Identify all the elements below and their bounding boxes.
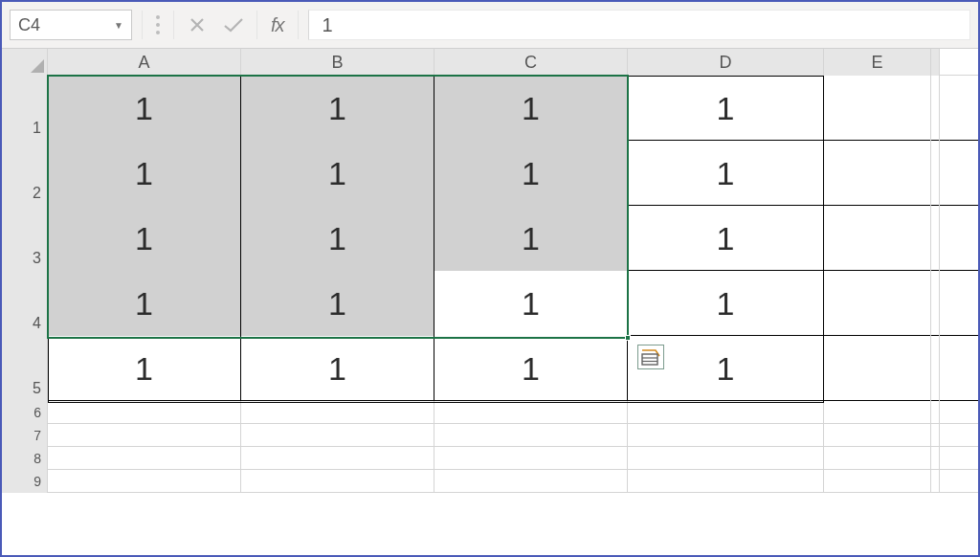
cell-A1[interactable]: 1 (48, 76, 241, 141)
cell-D2[interactable]: 1 (628, 141, 824, 206)
row-header-7[interactable]: 7 (2, 424, 48, 447)
cell-E4[interactable] (824, 271, 931, 336)
column-header-C[interactable]: C (434, 49, 628, 76)
cell-B2[interactable]: 1 (241, 141, 434, 206)
row-header-4[interactable]: 4 (2, 271, 48, 336)
cell-F3[interactable] (931, 206, 940, 271)
column-header-E[interactable]: E (824, 49, 931, 76)
cell-E3[interactable] (824, 206, 931, 271)
grid-row: 8 (2, 447, 978, 470)
cell-C5[interactable]: 1 (434, 336, 628, 401)
formula-bar: C4 ▼ fx 1 (2, 2, 978, 49)
cell-C1[interactable]: 1 (434, 76, 628, 141)
cell-C6[interactable] (434, 401, 628, 424)
grid-row: 4 1 1 1 1 (2, 271, 978, 336)
cell-C9[interactable] (434, 470, 628, 493)
formula-value: 1 (323, 14, 333, 36)
divider (173, 11, 174, 39)
name-box[interactable]: C4 ▼ (10, 10, 132, 40)
cell-D6[interactable] (628, 401, 824, 424)
cell-F8[interactable] (931, 447, 940, 470)
cell-F7[interactable] (931, 424, 940, 447)
quick-analysis-button[interactable] (637, 345, 664, 369)
cell-E2[interactable] (824, 141, 931, 206)
row-header-5[interactable]: 5 (2, 336, 48, 401)
cell-A9[interactable] (48, 470, 241, 493)
cell-A3[interactable]: 1 (48, 206, 241, 271)
cell-F2[interactable] (931, 141, 940, 206)
divider (142, 11, 143, 39)
cell-A6[interactable] (48, 401, 241, 424)
cell-C7[interactable] (434, 424, 628, 447)
cell-D3[interactable]: 1 (628, 206, 824, 271)
insert-function-icon[interactable]: fx (267, 14, 288, 36)
row-header-9[interactable]: 9 (2, 470, 48, 493)
cell-C3[interactable]: 1 (434, 206, 628, 271)
column-header-B[interactable]: B (241, 49, 434, 76)
cell-B5[interactable]: 1 (241, 336, 434, 401)
column-header-A[interactable]: A (48, 49, 241, 76)
cell-A8[interactable] (48, 447, 241, 470)
cell-A2[interactable]: 1 (48, 141, 241, 206)
name-box-value: C4 (18, 15, 40, 35)
accept-formula-icon (220, 11, 247, 38)
cell-F6[interactable] (931, 401, 940, 424)
cell-B7[interactable] (241, 424, 434, 447)
cell-E6[interactable] (824, 401, 931, 424)
cell-C2[interactable]: 1 (434, 141, 628, 206)
row-header-2[interactable]: 2 (2, 141, 48, 206)
cell-C4[interactable]: 1 (434, 271, 628, 336)
cell-D7[interactable] (628, 424, 824, 447)
cell-D9[interactable] (628, 470, 824, 493)
grid-row: 1 1 1 1 1 (2, 76, 978, 141)
grid-row: 3 1 1 1 1 (2, 206, 978, 271)
row-header-8[interactable]: 8 (2, 447, 48, 470)
cell-D8[interactable] (628, 447, 824, 470)
cell-F9[interactable] (931, 470, 940, 493)
cell-D1[interactable]: 1 (628, 76, 824, 141)
grid-row: 9 (2, 470, 978, 493)
cell-C8[interactable] (434, 447, 628, 470)
cell-E8[interactable] (824, 447, 931, 470)
column-header-row: A B C D E (2, 49, 978, 76)
divider (298, 11, 299, 39)
formula-input[interactable]: 1 (308, 10, 970, 40)
cell-A7[interactable] (48, 424, 241, 447)
column-header-blank[interactable] (931, 49, 940, 76)
cell-E1[interactable] (824, 76, 931, 141)
row-header-1[interactable]: 1 (2, 76, 48, 141)
svg-rect-0 (642, 354, 657, 365)
grid-row: 6 (2, 401, 978, 424)
column-header-D[interactable]: D (628, 49, 824, 76)
cell-B1[interactable]: 1 (241, 76, 434, 141)
cell-F1[interactable] (931, 76, 940, 141)
cell-B3[interactable]: 1 (241, 206, 434, 271)
row-header-3[interactable]: 3 (2, 206, 48, 271)
cell-F5[interactable] (931, 336, 940, 401)
cell-B9[interactable] (241, 470, 434, 493)
select-all-corner[interactable] (2, 49, 48, 76)
cell-F4[interactable] (931, 271, 940, 336)
cancel-formula-icon (184, 11, 211, 38)
cell-A5[interactable]: 1 (48, 336, 241, 401)
grid-row: 2 1 1 1 1 (2, 141, 978, 206)
grid-row: 5 1 1 1 1 (2, 336, 978, 401)
cell-E5[interactable] (824, 336, 931, 401)
cell-E7[interactable] (824, 424, 931, 447)
spreadsheet-grid[interactable]: A B C D E 1 1 1 1 1 2 1 1 1 1 (2, 49, 978, 555)
row-header-6[interactable]: 6 (2, 401, 48, 424)
divider (256, 11, 257, 39)
chevron-down-icon[interactable]: ▼ (114, 20, 123, 31)
grab-handle-icon[interactable] (152, 15, 164, 34)
cell-E9[interactable] (824, 470, 931, 493)
grid-row: 7 (2, 424, 978, 447)
cell-A4[interactable]: 1 (48, 271, 241, 336)
cell-D4[interactable]: 1 (628, 271, 824, 336)
cell-B6[interactable] (241, 401, 434, 424)
cell-B4[interactable]: 1 (241, 271, 434, 336)
cell-B8[interactable] (241, 447, 434, 470)
